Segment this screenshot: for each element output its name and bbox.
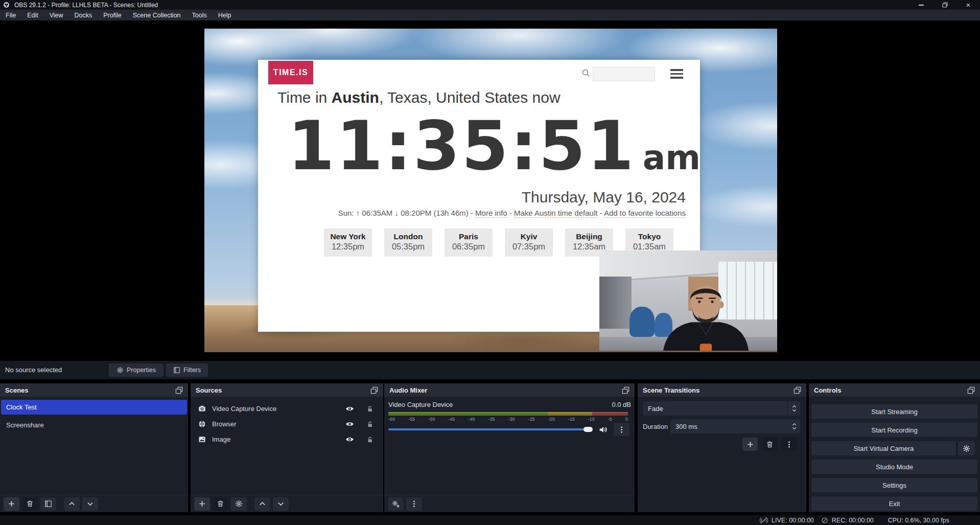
city-card: Paris06:35pm bbox=[445, 229, 493, 257]
start-recording-button[interactable]: Start Recording bbox=[811, 423, 977, 437]
popout-dock-icon[interactable] bbox=[175, 386, 183, 394]
source-properties-button[interactable] bbox=[231, 497, 247, 511]
cpu-status: CPU: 0.6%, 30.00 fps bbox=[888, 517, 949, 524]
add-transition-button[interactable] bbox=[742, 438, 758, 451]
make-default-link: Make Austin time default bbox=[514, 209, 597, 218]
trash-icon bbox=[217, 500, 224, 508]
popout-dock-icon[interactable] bbox=[370, 386, 378, 394]
lock-icon[interactable] bbox=[366, 405, 374, 413]
office-left-wall bbox=[599, 277, 632, 329]
remove-scene-button[interactable] bbox=[22, 497, 38, 511]
webcam-overlay bbox=[599, 250, 777, 351]
remove-transition-button[interactable] bbox=[762, 438, 777, 451]
timeis-date: Thursday, May 16, 2024 bbox=[522, 189, 686, 206]
camera-icon bbox=[198, 405, 206, 413]
mixer-options-button[interactable] bbox=[614, 423, 629, 436]
visibility-eye-icon[interactable] bbox=[345, 435, 354, 444]
mixer-channel-name: Video Capture Device bbox=[388, 401, 453, 408]
gears-icon bbox=[392, 500, 400, 508]
chevron-down-icon bbox=[277, 500, 285, 508]
gear-icon bbox=[235, 500, 243, 508]
minimize-icon bbox=[919, 5, 924, 6]
virtual-camera-config-button[interactable] bbox=[958, 441, 975, 455]
add-scene-button[interactable] bbox=[4, 497, 19, 511]
scene-item-screenshare[interactable]: Screenshare bbox=[1, 418, 187, 432]
studio-mode-button[interactable]: Studio Mode bbox=[811, 460, 977, 474]
clock-meridiem: am bbox=[643, 138, 701, 177]
speaker-icon[interactable] bbox=[599, 425, 608, 434]
source-item-image[interactable]: Image bbox=[191, 432, 383, 446]
scene-preview[interactable]: TIME.IS Time in Austin, Texas, United St… bbox=[204, 29, 777, 352]
source-item-video-capture[interactable]: Video Capture Device bbox=[191, 402, 383, 416]
menu-tools[interactable]: Tools bbox=[186, 10, 213, 20]
plus-icon bbox=[198, 500, 206, 508]
start-virtual-camera-button[interactable]: Start Virtual Camera bbox=[811, 441, 956, 455]
transition-options-button[interactable] bbox=[781, 438, 797, 451]
spinbox-arrows-icon[interactable] bbox=[788, 422, 800, 430]
volume-slider[interactable] bbox=[388, 428, 593, 430]
visibility-eye-icon[interactable] bbox=[345, 404, 354, 413]
status-bar: LIVE: 00:00:00 REC: 00:00:00 CPU: 0.6%, … bbox=[0, 515, 980, 525]
remove-source-button[interactable] bbox=[213, 497, 228, 511]
scene-transitions-panel: Scene Transitions Fade Duration 300 ms bbox=[638, 383, 806, 512]
hamburger-menu-icon bbox=[670, 69, 683, 79]
menu-file[interactable]: File bbox=[0, 10, 21, 20]
dock-area: Scenes Clock Test Screenshare Sources bbox=[0, 379, 980, 515]
transition-dropdown[interactable]: Fade bbox=[643, 401, 800, 416]
close-icon: × bbox=[966, 1, 971, 9]
menu-help[interactable]: Help bbox=[213, 10, 237, 20]
menu-view[interactable]: View bbox=[44, 10, 69, 20]
timeis-sun-info: Sun: ↑ 06:35AM ↓ 08:20PM (13h 46m) - Mor… bbox=[338, 209, 686, 217]
duration-spinbox[interactable]: 300 ms bbox=[670, 419, 800, 433]
restore-icon bbox=[942, 2, 948, 8]
meter-scale: -60-55-50-45-40-35-30-25-20-15-10-50 bbox=[388, 417, 628, 422]
scenes-panel: Scenes Clock Test Screenshare bbox=[0, 383, 188, 512]
popout-dock-icon[interactable] bbox=[967, 386, 975, 394]
add-source-button[interactable] bbox=[194, 497, 210, 511]
scene-item-clock-test[interactable]: Clock Test bbox=[1, 400, 187, 415]
window-title: OBS 29.1.2 - Profile: LLHLS BETA - Scene… bbox=[14, 2, 158, 9]
menu-edit[interactable]: Edit bbox=[21, 10, 44, 20]
source-move-up-button[interactable] bbox=[254, 497, 270, 511]
mixer-menu-button[interactable] bbox=[406, 497, 422, 511]
lock-icon[interactable] bbox=[366, 436, 374, 443]
scene-transitions-title: Scene Transitions bbox=[643, 386, 699, 394]
kebab-menu-icon bbox=[410, 500, 418, 508]
properties-button[interactable]: Properties bbox=[109, 363, 164, 377]
start-streaming-button[interactable]: Start Streaming bbox=[811, 404, 977, 419]
controls-panel: Controls Start Streaming Start Recording… bbox=[809, 383, 980, 512]
timeis-heading: Time in Austin, Texas, United States now bbox=[277, 89, 561, 106]
lock-icon[interactable] bbox=[366, 421, 374, 428]
person-webcam bbox=[656, 269, 756, 351]
menu-profile[interactable]: Profile bbox=[98, 10, 127, 20]
menu-scene-collection[interactable]: Scene Collection bbox=[127, 10, 186, 20]
advanced-audio-button[interactable] bbox=[388, 497, 404, 511]
scene-move-down-button[interactable] bbox=[82, 497, 98, 511]
gear-icon bbox=[116, 367, 124, 374]
chevron-down-icon bbox=[86, 500, 94, 508]
volume-slider-handle[interactable] bbox=[584, 427, 593, 432]
exit-button[interactable]: Exit bbox=[811, 496, 977, 511]
minimize-button[interactable] bbox=[909, 0, 933, 10]
close-button[interactable]: × bbox=[956, 0, 980, 10]
source-toolbar: No source selected Properties Filters bbox=[0, 361, 980, 379]
source-move-down-button[interactable] bbox=[273, 497, 289, 511]
source-item-browser[interactable]: Browser bbox=[191, 417, 383, 431]
preview-stage: TIME.IS Time in Austin, Texas, United St… bbox=[0, 20, 980, 361]
popout-dock-icon[interactable] bbox=[622, 386, 629, 394]
scene-filters-button[interactable] bbox=[40, 497, 56, 511]
more-info-link: More info bbox=[475, 209, 507, 218]
settings-button[interactable]: Settings bbox=[811, 478, 977, 492]
stream-inactive-icon bbox=[760, 516, 768, 524]
visibility-eye-icon[interactable] bbox=[345, 420, 354, 428]
maximize-button[interactable] bbox=[933, 0, 956, 10]
scene-move-up-button[interactable] bbox=[64, 497, 80, 511]
city-card: London05:35pm bbox=[384, 229, 432, 257]
menu-docks[interactable]: Docks bbox=[69, 10, 98, 20]
add-favorite-link: Add to favorite locations bbox=[604, 209, 686, 218]
filters-button[interactable]: Filters bbox=[166, 363, 208, 377]
rec-status: REC: 00:00:00 bbox=[821, 517, 874, 524]
popout-dock-icon[interactable] bbox=[794, 386, 801, 394]
chevron-up-icon bbox=[259, 500, 266, 508]
city-card: New York12:35pm bbox=[324, 229, 372, 257]
